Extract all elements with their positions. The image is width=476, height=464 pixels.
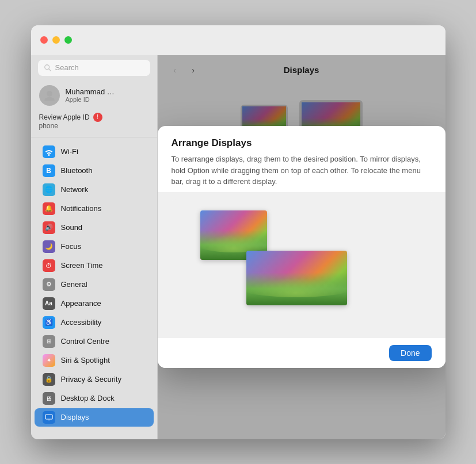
arrange-displays-modal: Arrange Displays To rearrange displays, … <box>158 126 445 368</box>
draggable-display-2[interactable] <box>246 251 347 305</box>
sound-icon: 🔊 <box>43 221 55 234</box>
sidebar-item-general-label: General <box>61 280 87 289</box>
sidebar-item-focus-label: Focus <box>61 242 81 251</box>
sidebar-item-privacy[interactable]: 🔒 Privacy & Security <box>35 370 154 389</box>
user-subtitle: Apple ID <box>66 96 117 103</box>
modal-header: Arrange Displays To rearrange displays, … <box>158 126 445 192</box>
sidebar-item-notifications-label: Notifications <box>61 204 102 213</box>
review-label: Review Apple ID <box>39 113 90 121</box>
network-icon: 🌐 <box>43 183 55 196</box>
sidebar-item-appearance-label: Appearance <box>61 299 101 308</box>
user-info: Muhammad Faree... Apple ID <box>66 87 117 103</box>
sidebar-items: Wi‑Fi B Bluetooth 🌐 Network <box>31 140 157 439</box>
displays-icon <box>43 411 55 424</box>
sidebar: Search Muhammad Faree... Apple ID Revi <box>31 55 158 439</box>
sidebar-item-sound[interactable]: 🔊 Sound <box>35 218 154 237</box>
sidebar-item-network-label: Network <box>61 185 89 194</box>
sidebar-item-displays-label: Displays <box>61 413 89 421</box>
search-box[interactable]: Search <box>38 60 150 76</box>
done-button[interactable]: Done <box>389 345 431 361</box>
modal-footer: Done <box>158 338 445 368</box>
user-section[interactable]: Muhammad Faree... Apple ID <box>31 80 157 110</box>
arrange-area <box>172 199 432 331</box>
avatar-icon <box>43 89 56 102</box>
maximize-button[interactable] <box>64 36 72 44</box>
sidebar-item-siri-label: Siri & Spotlight <box>61 356 110 365</box>
desktop-icon: 🖥 <box>43 392 55 405</box>
sidebar-item-wifi[interactable]: Wi‑Fi <box>35 143 154 161</box>
modal-description: To rearrange displays, drag them to the … <box>172 154 432 187</box>
sidebar-item-screentime[interactable]: ⏱ Screen Time <box>35 256 154 275</box>
modal-overlay: Arrange Displays To rearrange displays, … <box>158 55 445 439</box>
sidebar-item-wifi-label: Wi‑Fi <box>61 147 78 156</box>
bluetooth-icon: B <box>43 164 55 177</box>
accessibility-icon: ♿ <box>43 316 55 329</box>
sidebar-item-sound-label: Sound <box>61 223 83 232</box>
appearance-icon: Aa <box>43 297 55 310</box>
modal-body <box>158 192 445 338</box>
svg-point-2 <box>47 91 52 97</box>
avatar <box>39 85 60 106</box>
traffic-lights <box>40 36 72 44</box>
sidebar-item-notifications[interactable]: 🔔 Notifications <box>35 200 154 218</box>
review-item: Review Apple ID ! <box>39 113 149 122</box>
sidebar-item-focus[interactable]: 🌙 Focus <box>35 237 154 256</box>
svg-line-1 <box>48 68 51 71</box>
privacy-icon: 🔒 <box>43 373 55 386</box>
sidebar-item-siri[interactable]: ✦ Siri & Spotlight <box>35 351 154 370</box>
sidebar-item-privacy-label: Privacy & Security <box>61 375 121 384</box>
sidebar-item-accessibility[interactable]: ♿ Accessibility <box>35 313 154 332</box>
modal-title: Arrange Displays <box>172 137 432 149</box>
screentime-icon: ⏱ <box>43 259 55 272</box>
sidebar-item-appearance[interactable]: Aa Appearance <box>35 294 154 313</box>
general-icon: ⚙ <box>43 278 55 291</box>
search-icon <box>44 64 52 72</box>
focus-icon: 🌙 <box>43 240 55 253</box>
sidebar-item-general[interactable]: ⚙ General <box>35 275 154 294</box>
sidebar-item-controlcentre-label: Control Centre <box>61 337 110 346</box>
svg-rect-3 <box>45 415 52 419</box>
close-button[interactable] <box>40 36 48 44</box>
sidebar-item-bluetooth-label: Bluetooth <box>61 166 93 175</box>
display2-wallpaper <box>246 251 347 305</box>
controlcentre-icon: ⊞ <box>43 335 55 348</box>
sidebar-item-accessibility-label: Accessibility <box>61 318 102 327</box>
main-window: Search Muhammad Faree... Apple ID Revi <box>31 25 445 439</box>
sidebar-item-bluetooth[interactable]: B Bluetooth <box>35 162 154 180</box>
content-area: ‹ › Displays <box>158 55 445 439</box>
titlebar <box>31 25 445 55</box>
wifi-icon <box>43 145 55 158</box>
review-badge: ! <box>93 113 102 122</box>
user-name: Muhammad Faree... <box>66 87 117 96</box>
sidebar-item-controlcentre[interactable]: ⊞ Control Centre <box>35 332 154 351</box>
sidebar-item-desktop[interactable]: 🖥 Desktop & Dock <box>35 389 154 408</box>
main-layout: Search Muhammad Faree... Apple ID Revi <box>31 55 445 439</box>
sidebar-item-desktop-label: Desktop & Dock <box>61 394 115 402</box>
search-container: Search <box>31 55 157 80</box>
sidebar-item-screentime-label: Screen Time <box>61 261 103 270</box>
sidebar-divider <box>31 137 157 137</box>
sidebar-item-network[interactable]: 🌐 Network <box>35 181 154 199</box>
review-sub: phone <box>39 122 149 130</box>
notifications-icon: 🔔 <box>43 202 55 215</box>
sidebar-item-displays[interactable]: Displays <box>35 408 154 427</box>
review-section[interactable]: Review Apple ID ! phone <box>31 110 157 135</box>
siri-icon: ✦ <box>43 354 55 367</box>
search-placeholder: Search <box>55 63 79 72</box>
svg-rect-4 <box>48 420 50 420</box>
minimize-button[interactable] <box>52 36 60 44</box>
